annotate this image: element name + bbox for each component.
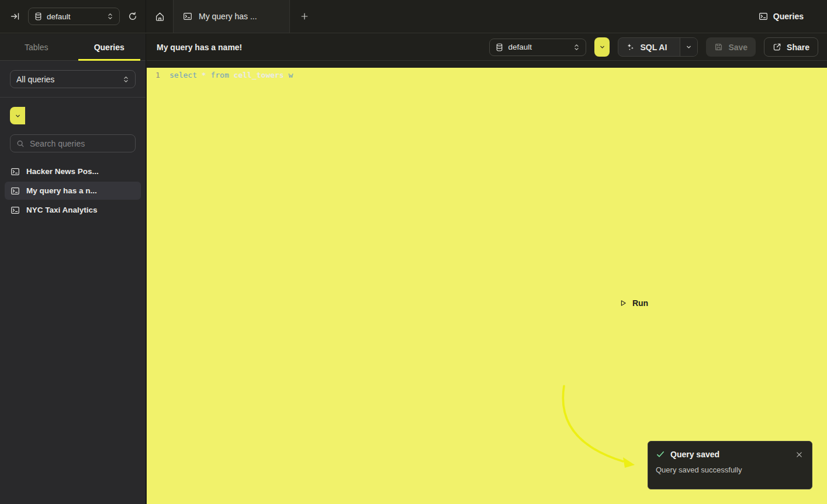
- new-query-dropdown[interactable]: [10, 107, 25, 124]
- share-button[interactable]: Share: [764, 37, 818, 57]
- database-selector[interactable]: default: [28, 8, 120, 25]
- terminal-icon: [11, 186, 20, 196]
- code-token: cell_towers: [234, 71, 284, 79]
- save-button[interactable]: Save: [706, 37, 756, 57]
- code-token: from: [210, 71, 229, 79]
- terminal-icon: [183, 12, 192, 21]
- sidebar-tab-tables[interactable]: Tables: [0, 34, 73, 60]
- refresh-icon[interactable]: [128, 12, 137, 21]
- sidebar: Tables Queries All queries: [0, 34, 146, 504]
- sidebar-query-item[interactable]: My query has a n...: [5, 182, 141, 200]
- new-query-button[interactable]: New query: [10, 107, 136, 124]
- search-icon: [16, 140, 25, 148]
- queries-indicator-label: Queries: [773, 12, 804, 21]
- query-filter-select[interactable]: All queries: [10, 70, 136, 88]
- search-queries-box: [10, 134, 136, 152]
- sidebar-tab-queries[interactable]: Queries: [73, 34, 146, 60]
- tab-my-query[interactable]: My query has ...: [173, 0, 290, 33]
- home-icon[interactable]: [146, 0, 173, 33]
- database-selector-value: default: [47, 12, 71, 21]
- query-item-label: My query has a n...: [26, 186, 97, 195]
- tab-strip: My query has ...: [146, 0, 759, 33]
- check-icon: [656, 450, 665, 459]
- database-icon: [34, 12, 42, 20]
- run-button[interactable]: Run: [594, 37, 610, 57]
- queries-indicator[interactable]: Queries: [759, 0, 827, 33]
- toast-title: Query saved: [670, 450, 719, 459]
- save-icon: [714, 43, 723, 51]
- sparkles-icon: [626, 43, 635, 51]
- new-tab-plus-icon[interactable]: [290, 0, 319, 33]
- save-label: Save: [728, 43, 748, 52]
- top-bar-left: default: [0, 0, 146, 33]
- code-token: [197, 71, 202, 79]
- sidebar-query-item[interactable]: NYC Taxi Analytics: [5, 201, 141, 219]
- tab-label: My query has ...: [199, 12, 257, 21]
- sql-ai-button[interactable]: SQL AI: [618, 37, 698, 57]
- database-selector-value: default: [508, 43, 532, 51]
- code-token: select: [169, 71, 197, 79]
- sql-ai-label: SQL AI: [640, 43, 667, 52]
- database-selector[interactable]: default: [489, 39, 586, 56]
- editor-header: My query has a name! default: [147, 34, 827, 61]
- terminal-icon: [11, 167, 20, 176]
- chevron-updown-icon: [107, 12, 113, 20]
- toast-query-saved: Query saved Query saved successfully: [648, 441, 812, 489]
- close-icon[interactable]: [795, 450, 804, 459]
- query-item-label: NYC Taxi Analytics: [26, 206, 98, 214]
- terminal-icon: [759, 12, 768, 21]
- query-filter-value: All queries: [16, 75, 54, 84]
- collapse-sidebar-icon[interactable]: [11, 12, 20, 21]
- query-item-label: Hacker News Pos...: [26, 167, 99, 176]
- sql-ai-dropdown[interactable]: [680, 38, 697, 56]
- sidebar-tabs: Tables Queries: [0, 34, 146, 61]
- code-token: [229, 71, 234, 79]
- query-title: My query has a name!: [157, 43, 242, 52]
- toast-message: Query saved successfully: [656, 465, 804, 474]
- code-token: *: [202, 71, 206, 79]
- top-bar: default My query has ...: [0, 0, 827, 33]
- terminal-icon: [11, 206, 20, 215]
- line-number: 1: [147, 71, 169, 79]
- sidebar-body: All queries New query: [0, 61, 146, 504]
- sidebar-divider: [0, 97, 146, 98]
- share-icon: [773, 43, 781, 51]
- run-dropdown[interactable]: [594, 37, 610, 57]
- main-panel: My query has a name! default: [147, 34, 827, 504]
- chevron-updown-icon: [123, 75, 129, 84]
- share-label: Share: [787, 43, 809, 52]
- sql-console-app: default My query has ...: [0, 0, 827, 504]
- search-queries-input[interactable]: [30, 139, 136, 148]
- chevron-updown-icon: [573, 43, 580, 51]
- database-icon: [496, 43, 503, 51]
- editor-toolbar: default Run: [489, 37, 818, 57]
- sidebar-query-item[interactable]: Hacker News Pos...: [5, 162, 141, 180]
- query-list: Hacker News Pos...My query has a n...NYC…: [0, 162, 146, 219]
- code-token: [284, 71, 289, 79]
